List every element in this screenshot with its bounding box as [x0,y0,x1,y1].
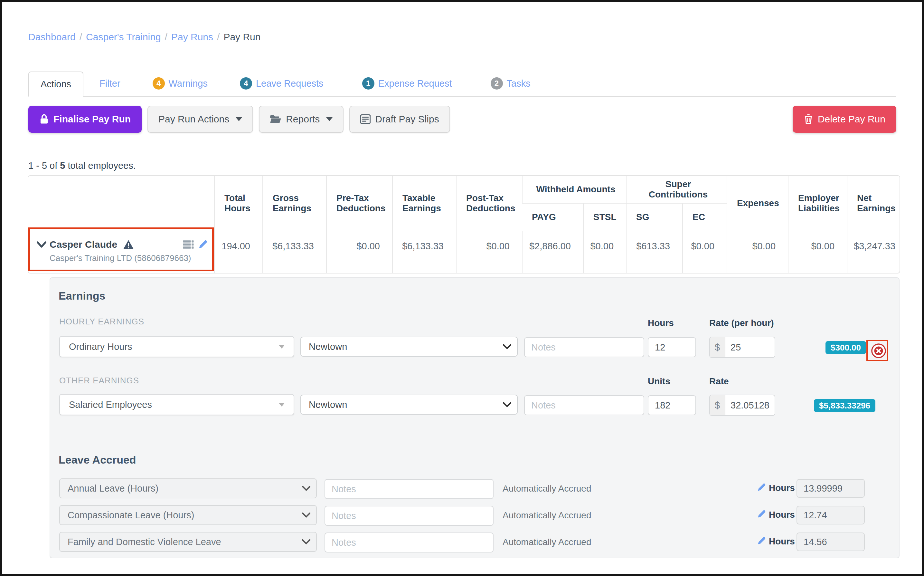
other-notes-input[interactable] [524,395,644,415]
col-taxable-earnings: Taxable Earnings [393,176,456,231]
trash-icon [804,114,813,124]
notes-list-icon[interactable] [182,240,194,249]
breadcrumb: Dashboard/Casper's Training/Pay Runs/Pay… [28,32,260,43]
leave-hours-value-annual[interactable] [796,479,865,498]
leave-hours-value-compassionate[interactable] [796,506,865,525]
tab-filter-label: Filter [99,78,120,89]
earnings-heading: Earnings [59,290,105,302]
breadcrumb-dashboard[interactable]: Dashboard [28,32,76,42]
pay-run-employee-table: Total Hours Gross Earnings Pre-Tax Deduc… [28,175,900,274]
leave-notes-input-compassionate[interactable] [324,506,493,526]
tab-actions[interactable]: Actions [28,72,83,97]
auto-accrued-label: Automatically Accrued [503,483,591,494]
pay-run-actions-button[interactable]: Pay Run Actions [147,106,253,133]
col-payg: PAYG [522,203,583,231]
other-pay-category-dropdown[interactable]: Salaried Employees [59,394,294,415]
employee-name[interactable]: Casper Claude [49,239,117,250]
expense-request-count-badge: 1 [362,77,374,90]
cell-stsl: $0.00 [583,231,626,273]
leave-hours-label: Hours [769,510,795,520]
leave-type-select-wrap: Family and Domestic Violence Leave [59,532,317,552]
cell-sg: $613.33 [626,231,683,273]
tab-leave-requests-label: Leave Requests [256,78,324,89]
leave-type-select-wrap: Annual Leave (Hours) [59,478,317,498]
breadcrumb-org[interactable]: Casper's Training [86,32,161,42]
other-total-badge: $5,833.33296 [814,399,875,412]
leave-type-select-wrap: Compassionate Leave (Hours) [59,505,317,525]
warning-icon [123,240,134,250]
breadcrumb-pay-runs[interactable]: Pay Runs [171,32,213,42]
leave-type-select-family[interactable]: Family and Domestic Violence Leave [59,532,317,552]
currency-prefix: $ [710,395,725,415]
edit-pencil-icon[interactable] [198,240,207,250]
hourly-notes-input[interactable] [524,337,644,357]
col-sg: SG [626,203,683,231]
cell-total-hours: 194.00 [214,231,263,273]
group-withheld-amounts: Withheld Amounts [522,176,626,203]
employee-cell[interactable]: Casper Claude [28,231,214,273]
draft-pay-slips-button[interactable]: Draft Pay Slips [349,106,450,133]
cell-post-tax-deductions: $0.00 [456,231,522,273]
leave-hours-label: Hours [769,483,795,493]
dropdown-caret-icon [279,403,285,406]
col-post-tax-deductions: Post-Tax Deductions [456,176,522,231]
dropdown-caret-icon [279,345,285,349]
other-rate-input[interactable] [725,395,775,415]
cell-net-earnings: $3,247.33 [847,231,900,273]
chevron-down-icon[interactable] [37,241,46,248]
leave-requests-count-badge: 4 [240,77,252,90]
leave-hours-label: Hours [769,536,795,547]
units-label: Units [648,376,670,387]
col-employer-liabilities: Employer Liabilities [788,176,847,231]
cell-gross-earnings: $6,133.33 [263,231,326,273]
edit-pencil-icon[interactable] [757,483,766,492]
hourly-rate-input[interactable] [725,337,775,357]
col-total-hours: Total Hours [214,176,263,231]
toolbar: Finalise Pay Run Pay Run Actions Reports [28,106,896,133]
hourly-pay-category-dropdown[interactable]: Ordinary Hours [59,336,294,357]
hourly-earnings-label: HOURLY EARNINGS [59,317,144,326]
hourly-location-select[interactable]: Newtown [300,337,518,357]
tab-actions-label: Actions [41,79,71,90]
employee-row: Casper Claude [28,231,900,273]
cell-ec: $0.00 [683,231,727,273]
cell-expenses: $0.00 [727,231,788,273]
cell-pre-tax-deductions: $0.00 [326,231,393,273]
employee-detail-panel: Earnings HOURLY EARNINGS Hours Rate (per… [49,277,900,558]
delete-pay-run-button[interactable]: Delete Pay Run [793,106,896,133]
caret-down-icon [326,117,333,121]
circle-x-icon [871,343,886,358]
tab-tasks[interactable]: 2 Tasks [481,71,540,96]
lock-icon [39,114,49,124]
leave-hours-value-family[interactable] [796,533,865,551]
other-rate-group: $ [709,395,775,416]
tab-expense-request[interactable]: 1 Expense Request [353,71,462,96]
tasks-count-badge: 2 [491,77,503,90]
finalise-pay-run-button[interactable]: Finalise Pay Run [28,106,142,133]
hourly-hours-input[interactable] [648,337,696,357]
employee-company: Casper's Training LTD (58606879663) [49,253,207,263]
leave-type-select-compassionate[interactable]: Compassionate Leave (Hours) [59,505,317,525]
pay-run-page: Dashboard/Casper's Training/Pay Runs/Pay… [0,0,924,576]
tab-warnings[interactable]: 4 Warnings [143,71,217,96]
delete-earning-line-button[interactable] [871,343,886,360]
leave-notes-input-family[interactable] [324,533,493,552]
edit-pencil-icon[interactable] [757,536,766,546]
other-earnings-label: OTHER EARNINGS [59,376,139,386]
edit-pencil-icon[interactable] [757,510,766,518]
tab-bar: Actions Filter 4 Warnings 4 Leave Reques… [28,71,896,97]
leave-accrued-heading: Leave Accrued [59,454,136,466]
tab-tasks-label: Tasks [507,78,531,89]
employee-total: 5 [60,160,65,171]
col-expenses: Expenses [727,176,788,231]
reports-button[interactable]: Reports [259,106,343,133]
other-location-select-wrap: Newtown [300,395,518,414]
other-location-select[interactable]: Newtown [300,395,518,414]
leave-notes-input-annual[interactable] [324,479,493,499]
other-units-input[interactable] [648,395,696,415]
hourly-rate-group: $ [709,337,775,358]
group-super-contributions: Super Contributions [626,176,727,203]
tab-leave-requests[interactable]: 4 Leave Requests [230,71,333,96]
leave-type-select-annual[interactable]: Annual Leave (Hours) [59,478,317,498]
tab-filter[interactable]: Filter [90,71,130,96]
